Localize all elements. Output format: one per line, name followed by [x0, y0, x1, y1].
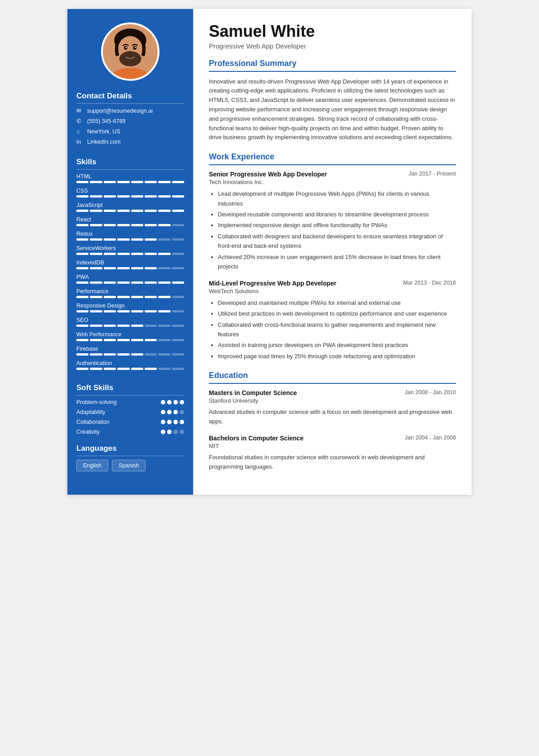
- soft-skills-section: Soft Skills Problem-solvingAdaptabilityC…: [76, 383, 184, 435]
- contact-linkedin-item: in LinkedIn.com: [76, 138, 184, 145]
- edu-degree: Bachelors in Computer Science: [209, 435, 304, 442]
- avatar-container: [76, 22, 184, 81]
- job-company: Tech Innovations Inc.: [209, 179, 456, 185]
- skill-dot: [167, 430, 172, 434]
- skill-bar: [76, 296, 184, 298]
- edu-header: Bachelors in Computer ScienceJan 2004 - …: [209, 435, 456, 442]
- skill-segment: [104, 368, 116, 370]
- skill-name: ServiceWorkers: [76, 245, 184, 251]
- skill-dot: [180, 430, 184, 434]
- skill-segment: [117, 224, 129, 226]
- soft-skill-row: Problem-solving: [76, 399, 184, 405]
- work-experience-title: Work Experience: [209, 152, 456, 165]
- language-badge: Spanish: [112, 460, 146, 471]
- skill-segment: [131, 224, 143, 226]
- skill-segment: [131, 325, 143, 327]
- contact-title: Contact Details: [76, 92, 184, 104]
- job-bullet: Lead development of multiple Progressive…: [218, 189, 456, 208]
- skill-segment: [117, 267, 129, 269]
- edu-entry: Bachelors in Computer ScienceJan 2004 - …: [209, 435, 456, 472]
- soft-skills-list: Problem-solvingAdaptabilityCollaboration…: [76, 399, 184, 435]
- languages-list: EnglishSpanish: [76, 460, 184, 471]
- linkedin-icon: in: [76, 138, 84, 145]
- skills-title: Skills: [76, 158, 184, 170]
- skill-segment: [90, 181, 102, 183]
- skill-bar: [76, 310, 184, 312]
- skill-segment: [158, 238, 170, 241]
- sidebar: Contact Details ✉ support@resumedesign.a…: [67, 9, 193, 495]
- skill-segment: [90, 210, 102, 212]
- skill-segment: [90, 325, 102, 327]
- skill-segment: [158, 339, 170, 341]
- job-bullet: Developed reusable components and librar…: [218, 210, 456, 219]
- skill-segment: [76, 181, 88, 183]
- skill-segment: [90, 310, 102, 312]
- skill-segment: [131, 353, 143, 356]
- name-section: Samuel White Progressive Web App Develop…: [209, 22, 456, 50]
- skill-name: Responsive Design: [76, 303, 184, 309]
- email-icon: ✉: [76, 107, 84, 114]
- skill-bar: [76, 195, 184, 198]
- edu-dates: Jan 2004 - Jan 2008: [405, 435, 456, 441]
- skill-segment: [76, 368, 88, 370]
- skill-segment: [145, 224, 157, 226]
- job-bullet: Collaborated with designers and backend …: [218, 232, 456, 251]
- skill-name: CSS: [76, 188, 184, 194]
- skill-segment: [172, 224, 184, 226]
- skill-segment: [104, 267, 116, 269]
- education-section: Education Masters in Computer ScienceJan…: [209, 371, 456, 471]
- skill-segment: [76, 267, 88, 269]
- skill-segment: [117, 195, 129, 198]
- skill-segment: [76, 325, 88, 327]
- skill-segment: [158, 253, 170, 255]
- skill-segment: [172, 253, 184, 255]
- edu-degree: Masters in Computer Science: [209, 389, 297, 396]
- soft-skill-name: Creativity: [76, 429, 100, 435]
- skill-segment: [117, 325, 129, 327]
- skill-name: IndexedDB: [76, 259, 184, 266]
- skill-item: Firebase: [76, 346, 184, 356]
- skill-segment: [90, 353, 102, 356]
- skill-bar: [76, 339, 184, 341]
- skill-segment: [131, 310, 143, 312]
- skill-bar: [76, 181, 184, 183]
- skill-segment: [104, 195, 116, 198]
- skill-segment: [172, 353, 184, 356]
- soft-skills-title: Soft Skills: [76, 383, 184, 396]
- jobs-list: Senior Progressive Web App DeveloperJan …: [209, 171, 456, 361]
- skill-segment: [117, 253, 129, 255]
- svg-point-5: [125, 47, 127, 48]
- job-header: Mid-Level Progressive Web App DeveloperM…: [209, 280, 456, 287]
- skill-segment: [76, 310, 88, 312]
- skill-dot: [167, 400, 172, 404]
- skill-segment: [90, 368, 102, 370]
- skill-segment: [131, 253, 143, 255]
- skill-dot: [173, 430, 178, 434]
- skill-item: Redux: [76, 231, 184, 241]
- phone-icon: ✆: [76, 118, 84, 124]
- skill-name: Web Performance: [76, 331, 184, 338]
- skill-segment: [158, 325, 170, 327]
- skill-segment: [117, 281, 129, 284]
- skill-dot: [173, 400, 178, 404]
- skill-segment: [117, 339, 129, 341]
- skill-segment: [131, 267, 143, 269]
- languages-title: Languages: [76, 444, 184, 456]
- skill-segment: [145, 238, 157, 241]
- skill-segment: [131, 195, 143, 198]
- skill-bar: [76, 210, 184, 212]
- edu-dates: Jan 2008 - Jan 2010: [405, 389, 456, 396]
- job-entry: Senior Progressive Web App DeveloperJan …: [209, 171, 456, 272]
- skill-segment: [117, 238, 129, 241]
- skill-segment: [158, 267, 170, 269]
- skill-segment: [104, 238, 116, 241]
- skill-segment: [104, 339, 116, 341]
- skill-segment: [158, 281, 170, 284]
- skill-segment: [104, 181, 116, 183]
- skill-segment: [117, 181, 129, 183]
- skill-item: HTML: [76, 173, 184, 183]
- job-entry: Mid-Level Progressive Web App DeveloperM…: [209, 280, 456, 361]
- skill-segment: [76, 339, 88, 341]
- skill-bar: [76, 224, 184, 226]
- job-bullet: Assisted in training junior developers o…: [218, 340, 456, 350]
